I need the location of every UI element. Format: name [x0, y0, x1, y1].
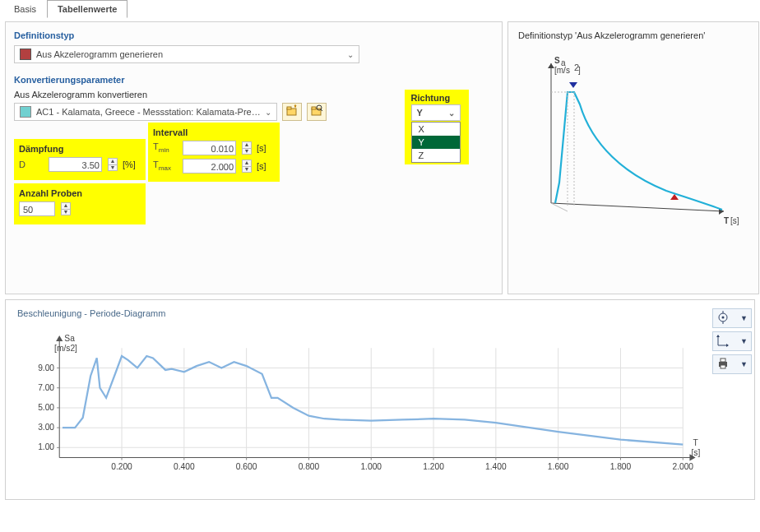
print-tool-button[interactable]: ▼ [712, 354, 752, 374]
chevron-down-icon: ⌄ [448, 109, 455, 118]
svg-text:0.800: 0.800 [299, 462, 320, 471]
chart-title: Beschleunigung - Periode-Diagramm [17, 308, 743, 318]
new-folder-button[interactable] [282, 103, 302, 121]
svg-text:1.00: 1.00 [38, 442, 54, 451]
preview-title: Definitionstyp 'Aus Akzelerogramm generi… [518, 30, 748, 40]
damping-spinner[interactable]: ▲▼ [108, 158, 118, 171]
svg-text:[m/s2]: [m/s2] [54, 344, 77, 353]
svg-text:0.200: 0.200 [111, 462, 132, 471]
deftype-value: Aus Akzelerogramm generieren [36, 49, 163, 59]
tmax-unit: [s] [257, 161, 266, 171]
svg-text:1.600: 1.600 [548, 462, 569, 471]
new-folder-icon [285, 104, 299, 119]
svg-text:]: ] [578, 66, 581, 75]
svg-text:3.00: 3.00 [38, 423, 54, 432]
svg-rect-1 [287, 107, 291, 109]
tmax-label: Tmax [153, 160, 178, 172]
accelerogram-dropdown[interactable]: AC1 - Kalamata, Greece - Messstation: Ka… [14, 103, 277, 121]
svg-text:5.00: 5.00 [38, 403, 54, 412]
accelerogram-value: AC1 - Kalamata, Greece - Messstation: Ka… [36, 107, 261, 117]
target-icon [716, 311, 730, 326]
chevron-down-icon: ⌄ [347, 50, 354, 59]
response-spectrum-chart: Sa [m/s2] T [s] 1.003.005.007.009.00 0.2… [17, 325, 708, 489]
samples-spinner[interactable]: ▲▼ [61, 202, 71, 215]
accel-convert-label: Aus Akzelerogramm konvertieren [14, 90, 405, 99]
damping-input[interactable]: 3.50 [49, 157, 102, 172]
axes-icon [716, 334, 730, 349]
svg-rect-73 [721, 359, 725, 362]
svg-point-69 [722, 317, 725, 319]
svg-text:2.000: 2.000 [672, 462, 693, 471]
svg-marker-12 [569, 82, 577, 88]
svg-text:0.400: 0.400 [174, 462, 195, 471]
definitionstyp-dropdown[interactable]: Aus Akzelerogramm generieren ⌄ [14, 45, 359, 63]
deftype-swatch-icon [20, 49, 31, 60]
svg-text:9.00: 9.00 [38, 363, 54, 372]
section-definitionstyp: Definitionstyp [14, 30, 494, 40]
svg-text:[s]: [s] [692, 448, 701, 457]
axis-tool-button[interactable]: ▼ [712, 331, 752, 351]
svg-text:T: T [724, 216, 729, 225]
richtung-label: Richtung [411, 93, 462, 103]
svg-text:1.800: 1.800 [610, 462, 632, 471]
tmax-spinner[interactable]: ▲▼ [242, 160, 252, 173]
svg-text:[m/s: [m/s [554, 66, 570, 75]
damping-title: Dämpfung [19, 144, 137, 154]
svg-text:S: S [554, 56, 560, 65]
svg-text:Sa: Sa [64, 334, 75, 343]
open-folder-icon [310, 104, 323, 119]
richtung-option-y[interactable]: Y [412, 136, 460, 149]
tab-tabellenwerte[interactable]: Tabellenwerte [47, 0, 128, 18]
tmin-spinner[interactable]: ▲▼ [242, 141, 252, 155]
tmin-unit: [s] [257, 143, 266, 153]
svg-text:0.600: 0.600 [236, 462, 257, 471]
svg-rect-3 [312, 107, 316, 109]
preview-chart: Sa [m/s2] T [s] [518, 47, 748, 261]
richtung-selected: Y [417, 108, 423, 118]
richtung-options-list: X Y Z [411, 122, 461, 163]
samples-title: Anzahl Proben [19, 188, 137, 198]
series-swatch-icon [20, 106, 31, 118]
chevron-down-icon: ▼ [740, 314, 748, 322]
svg-text:[s]: [s] [730, 216, 739, 225]
printer-icon [716, 357, 730, 372]
richtung-option-z[interactable]: Z [412, 149, 460, 162]
chevron-down-icon: ▼ [740, 337, 748, 345]
richtung-dropdown[interactable]: Y ⌄ [411, 104, 461, 121]
svg-text:1.400: 1.400 [485, 462, 507, 471]
svg-text:1.000: 1.000 [360, 462, 382, 471]
zoom-tool-button[interactable]: ▼ [712, 308, 752, 328]
richtung-option-x[interactable]: X [412, 123, 460, 136]
tmax-input[interactable]: 2.000 [183, 159, 236, 173]
tmin-label: Tmin [153, 141, 178, 154]
damping-label: D [19, 160, 44, 169]
damping-unit: [%] [123, 160, 136, 169]
svg-text:T: T [693, 438, 699, 447]
section-konvertierungsparameter: Konvertierungsparameter [14, 75, 494, 85]
samples-input[interactable]: 50 [19, 201, 55, 216]
open-folder-button[interactable] [307, 103, 327, 121]
svg-rect-74 [721, 365, 725, 368]
chevron-down-icon: ▼ [740, 360, 748, 368]
tmin-input[interactable]: 0.010 [183, 141, 236, 155]
interval-title: Intervall [153, 127, 271, 137]
svg-text:1.200: 1.200 [423, 462, 444, 471]
chevron-down-icon: ⌄ [265, 108, 271, 117]
svg-text:7.00: 7.00 [38, 383, 54, 392]
tab-basis[interactable]: Basis [3, 0, 47, 18]
